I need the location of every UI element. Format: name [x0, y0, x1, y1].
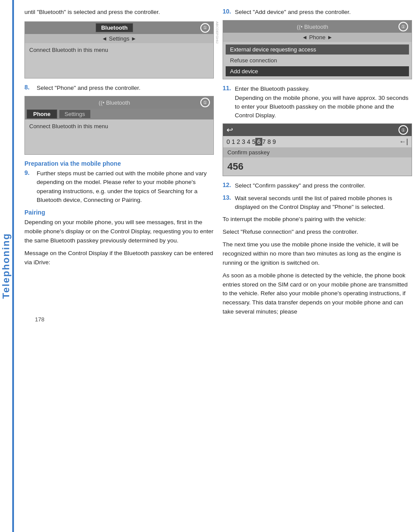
backspace-btn[interactable]: ←| [399, 138, 408, 146]
back-icon: ↩ [227, 125, 233, 135]
ui-box2-header-icon: ① [200, 98, 210, 107]
ui-box1-header: Bluetooth ① [25, 22, 213, 34]
accent-bar [12, 0, 14, 532]
para-interrupt: To interrupt the mobile phone's pairing … [223, 215, 412, 224]
ui-screenshot-3: ((• Bluetooth ① ◄ Phone ► External devic… [223, 20, 412, 79]
ui-passkey-box: ↩ ① 0 1 2 3 4 567 8 9 ←| Confirm passkey… [223, 123, 412, 176]
ui-box1-submenu: ◄ Settings ► [25, 34, 213, 43]
section-pairing: Pairing [24, 209, 214, 216]
step12-text: Select "Confirm passkey" and press the c… [235, 181, 365, 190]
ui-box2-header-title: ((• Bluetooth [99, 99, 130, 106]
ui-box-2: ((• Bluetooth ① Phone Settings Connect B… [24, 96, 214, 155]
ui-box3-header-icon: ① [398, 22, 408, 31]
step-10: 10. Select "Add device" and press the co… [223, 8, 412, 17]
ui-screenshot-4: ↩ ① 0 1 2 3 4 567 8 9 ←| Confirm passkey… [223, 123, 412, 176]
page-number: 178 [35, 316, 45, 323]
step9-text: Further steps must be carried out with t… [37, 169, 214, 205]
pairing-para2: Message on the Control Display if the Bl… [24, 249, 214, 267]
passkey-numrow: 0 1 2 3 4 567 8 9 ←| [223, 136, 412, 147]
step9-num: 9. [24, 169, 33, 205]
para-sim: As soon as a mobile phone is detected by… [223, 271, 412, 317]
step8-num: 8. [24, 84, 33, 92]
passkey-header-icon: ① [398, 125, 408, 135]
step10-text: Select "Add device" and press the contro… [235, 8, 351, 17]
tab-settings: Settings [59, 109, 91, 119]
ui-screenshot-2: ((• Bluetooth ① Phone Settings Connect B… [24, 96, 214, 155]
right-column: 10. Select "Add device" and press the co… [223, 8, 412, 320]
passkey-digits: 0 1 2 3 4 567 8 9 [227, 138, 276, 145]
digits-before: 0 1 2 3 4 5 [227, 138, 255, 145]
step-12: 12. Select "Confirm passkey" and press t… [223, 181, 412, 190]
passkey-value: 456 [223, 157, 412, 176]
passkey-header: ↩ ① [223, 124, 412, 136]
ui-screenshot-1: Bluetooth ① ◄ Settings ► Connect Bluetoo… [24, 21, 214, 78]
ui-box2-header: ((• Bluetooth ① [25, 96, 213, 109]
menu-item-refuse: Refuse connection [226, 55, 409, 65]
confirm-passkey-row: Confirm passkey [223, 147, 412, 157]
menu-item-add-device: Add device [226, 66, 409, 76]
digits-after: 7 8 9 [262, 138, 276, 145]
left-column: until "Bluetooth" is selected and press … [24, 8, 214, 320]
intro-text: until "Bluetooth" is selected and press … [24, 8, 214, 17]
step11-num: 11. [223, 85, 231, 120]
step8-text: Select "Phone" and press the controller. [37, 84, 141, 92]
menu-item-external-device: External device requesting access [226, 44, 409, 55]
section-preparation: Preparation via the mobile phone [24, 160, 214, 167]
step13-text: Wait several seconds until the list of p… [235, 194, 412, 212]
ui-box1-body: Connect Bluetooth in this menu [25, 43, 213, 78]
ui-box2-body: Connect Bluetooth in this menu [25, 119, 213, 154]
step10-num: 10. [223, 8, 231, 17]
step-13: 13. Wait several seconds until the list … [223, 194, 412, 212]
step12-num: 12. [223, 181, 231, 190]
bluetooth-selected-btn: Bluetooth [96, 23, 134, 32]
ui-box3-submenu: ◄ Phone ► [223, 33, 412, 42]
ui-box3-menu: External device requesting access Refuse… [223, 42, 412, 79]
step13-num: 13. [223, 194, 231, 212]
ui-box3-header: ((• Bluetooth ① [223, 20, 412, 33]
ui-box2-tabs: Phone Settings [25, 109, 213, 119]
step11-text: Enter the Bluetooth passkey. Depending o… [235, 85, 412, 120]
para-refuse: Select "Refuse connection" and press the… [223, 228, 412, 237]
ui-box-1: Bluetooth ① ◄ Settings ► Connect Bluetoo… [24, 21, 214, 78]
step-11: 11. Enter the Bluetooth passkey. Dependi… [223, 85, 412, 120]
pairing-para1: Depending on your mobile phone, you will… [24, 218, 214, 246]
ui-box3-header-title: ((• Bluetooth [297, 24, 328, 30]
para-next-time: The next time you use the mobile phone i… [223, 240, 412, 268]
tab-phone: Phone [27, 109, 57, 119]
ui-box1-header-icon: ① [200, 23, 210, 33]
sidebar-label-text: Telephoning [0, 233, 12, 299]
watermark-1: ABCDEFGHIJ [215, 21, 219, 78]
step-9: 9. Further steps must be carried out wit… [24, 169, 214, 205]
two-column-layout: until "Bluetooth" is selected and press … [24, 8, 412, 320]
step-8: 8. Select "Phone" and press the controll… [24, 84, 214, 92]
ui-box-3: ((• Bluetooth ① ◄ Phone ► External devic… [223, 20, 412, 79]
sidebar-telephoning: Telephoning [0, 0, 12, 532]
main-content: until "Bluetooth" is selected and press … [17, 0, 419, 329]
highlighted-digit: 6 [255, 138, 262, 146]
